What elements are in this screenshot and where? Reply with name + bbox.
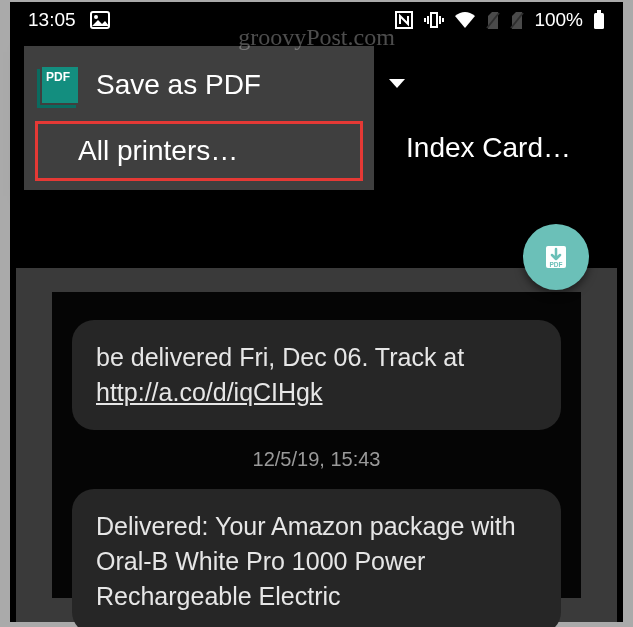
- battery-icon: [593, 10, 605, 30]
- svg-rect-7: [597, 10, 601, 13]
- svg-rect-3: [431, 13, 437, 27]
- status-time: 13:05: [28, 9, 76, 31]
- vibrate-icon: [424, 10, 444, 30]
- dropdown-item-label: Save as PDF: [96, 69, 261, 101]
- message-text: Delivered: Your Amazon package with Oral…: [96, 512, 516, 610]
- image-notification-icon: [90, 11, 110, 29]
- svg-text:PDF: PDF: [550, 261, 563, 268]
- sim2-icon: [510, 11, 524, 29]
- status-bar: 13:05 100%: [10, 2, 623, 38]
- sim1-icon: [486, 11, 500, 29]
- dropdown-item-save-as-pdf[interactable]: Save as PDF: [24, 54, 374, 116]
- message-bubble: be delivered Fri, Dec 06. Track at http:…: [72, 320, 561, 430]
- message-bubble: Delivered: Your Amazon package with Oral…: [72, 489, 561, 627]
- dropdown-item-label: All printers…: [78, 135, 238, 167]
- save-pdf-fab[interactable]: PDF: [523, 224, 589, 290]
- svg-rect-6: [594, 13, 604, 29]
- phone-frame: 13:05 100%: [10, 2, 623, 622]
- pdf-icon: [42, 67, 78, 103]
- status-battery-pct: 100%: [534, 9, 583, 31]
- message-timestamp: 12/5/19, 15:43: [72, 448, 561, 471]
- wifi-icon: [454, 11, 476, 29]
- print-preview-area[interactable]: be delivered Fri, Dec 06. Track at http:…: [16, 268, 617, 622]
- download-pdf-icon: PDF: [541, 242, 571, 272]
- paper-size-label[interactable]: Index Card…: [406, 132, 571, 164]
- printer-dropdown: Save as PDF All printers…: [24, 46, 374, 190]
- chevron-down-icon[interactable]: [388, 76, 406, 94]
- preview-page: be delivered Fri, Dec 06. Track at http:…: [52, 292, 581, 598]
- message-link[interactable]: http://a.co/d/iqCIHgk: [96, 378, 323, 406]
- svg-point-1: [94, 15, 98, 19]
- dropdown-item-all-printers[interactable]: All printers…: [34, 120, 364, 182]
- message-text: be delivered Fri, Dec 06. Track at: [96, 343, 464, 371]
- nfc-icon: [394, 10, 414, 30]
